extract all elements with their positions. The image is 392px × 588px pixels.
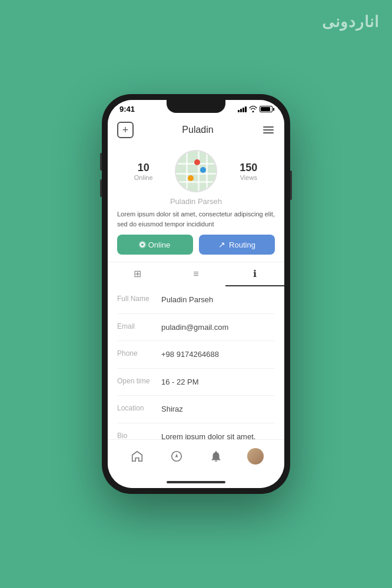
opentime-value: 16 - 22 PM bbox=[161, 376, 275, 388]
volume-up-button bbox=[100, 153, 102, 171]
volume-down-button bbox=[100, 179, 102, 197]
info-row-phone: Phone +98 9174264688 bbox=[117, 341, 275, 369]
views-label: Views bbox=[222, 174, 275, 181]
signal-icon bbox=[238, 106, 247, 112]
compass-icon bbox=[170, 450, 183, 463]
nav-home[interactable] bbox=[117, 445, 157, 468]
brand-logo: اناردونی bbox=[322, 13, 379, 31]
power-button bbox=[290, 171, 292, 200]
profile-stats: 10 Online bbox=[117, 150, 275, 192]
info-row-email: Email puladin@gmail.com bbox=[117, 314, 275, 342]
info-icon: ℹ bbox=[253, 268, 257, 279]
online-button[interactable]: Online bbox=[117, 235, 193, 255]
fullname-value: Puladin Parseh bbox=[161, 294, 275, 306]
bio-label: Bio bbox=[117, 431, 161, 440]
location-value: Shiraz bbox=[161, 403, 275, 415]
map-avatar bbox=[176, 151, 216, 191]
wifi-icon bbox=[249, 106, 257, 112]
routing-icon: ↗ bbox=[218, 240, 225, 249]
phone-value: +98 9174264688 bbox=[161, 349, 275, 360]
menu-icon-line3 bbox=[263, 132, 274, 133]
online-count: 10 bbox=[117, 162, 170, 174]
online-stat: 10 Online bbox=[117, 162, 170, 181]
views-stat: 150 Views bbox=[222, 162, 275, 181]
menu-button[interactable] bbox=[262, 125, 275, 135]
profile-bio: Lorem ipsum dolor sit amet, consectetur … bbox=[117, 209, 275, 229]
email-value: puladin@gmail.com bbox=[161, 322, 275, 333]
tab-info[interactable]: ℹ bbox=[225, 262, 284, 286]
bottom-nav bbox=[108, 439, 284, 477]
opentime-label: Open time bbox=[117, 376, 161, 385]
status-time: 9:41 bbox=[119, 105, 135, 113]
phone-shell: 9:41 + Puladin bbox=[102, 94, 290, 494]
page-title: Puladin bbox=[182, 125, 213, 135]
grid-icon: ⊞ bbox=[134, 268, 141, 279]
app-header: + Puladin bbox=[108, 116, 284, 144]
add-button[interactable]: + bbox=[117, 122, 134, 138]
plus-icon: + bbox=[122, 124, 129, 136]
list-icon: ≡ bbox=[193, 269, 198, 279]
avatar bbox=[175, 150, 217, 192]
battery-icon bbox=[260, 106, 273, 112]
info-row-opentime: Open time 16 - 22 PM bbox=[117, 369, 275, 396]
home-bar bbox=[167, 481, 225, 483]
tab-grid[interactable]: ⊞ bbox=[108, 262, 167, 286]
info-row-location: Location Shiraz bbox=[117, 396, 275, 423]
routing-button[interactable]: ↗ Routing bbox=[199, 235, 275, 255]
tab-list[interactable]: ≡ bbox=[167, 262, 225, 286]
tabs-bar: ⊞ ≡ ℹ bbox=[108, 262, 284, 286]
content-area: Full Name Puladin Parseh Email puladin@g… bbox=[108, 286, 284, 439]
menu-icon-line2 bbox=[263, 129, 274, 131]
phone-screen: 9:41 + Puladin bbox=[108, 100, 284, 488]
home-indicator bbox=[108, 477, 284, 488]
online-button-label: Online bbox=[148, 240, 171, 249]
menu-icon-line1 bbox=[263, 126, 274, 128]
action-buttons: Online ↗ Routing bbox=[117, 235, 275, 255]
profile-section: 10 Online bbox=[108, 144, 284, 262]
home-icon bbox=[131, 450, 144, 463]
views-count: 150 bbox=[222, 162, 275, 174]
notch bbox=[167, 100, 225, 113]
info-row-bio: Bio Lorem ipsum dolor sit amet, consecte… bbox=[117, 423, 275, 440]
bio-value: Lorem ipsum dolor sit amet, consectetur … bbox=[161, 431, 275, 440]
status-icons bbox=[238, 106, 273, 112]
phone-label: Phone bbox=[117, 349, 161, 358]
fullname-label: Full Name bbox=[117, 294, 161, 303]
online-indicator-icon bbox=[140, 242, 145, 247]
nav-profile[interactable] bbox=[235, 445, 275, 468]
location-label: Location bbox=[117, 403, 161, 412]
info-row-fullname: Full Name Puladin Parseh bbox=[117, 286, 275, 314]
svg-marker-1 bbox=[175, 453, 178, 457]
avatar-container bbox=[170, 150, 222, 192]
routing-button-label: Routing bbox=[229, 240, 255, 249]
profile-display-name: Puladin Parseh bbox=[117, 197, 275, 206]
profile-avatar-icon bbox=[247, 448, 264, 465]
nav-explore[interactable] bbox=[157, 445, 196, 468]
bell-icon bbox=[210, 450, 222, 463]
nav-notifications[interactable] bbox=[196, 445, 235, 468]
email-label: Email bbox=[117, 322, 161, 330]
online-label: Online bbox=[117, 174, 170, 181]
